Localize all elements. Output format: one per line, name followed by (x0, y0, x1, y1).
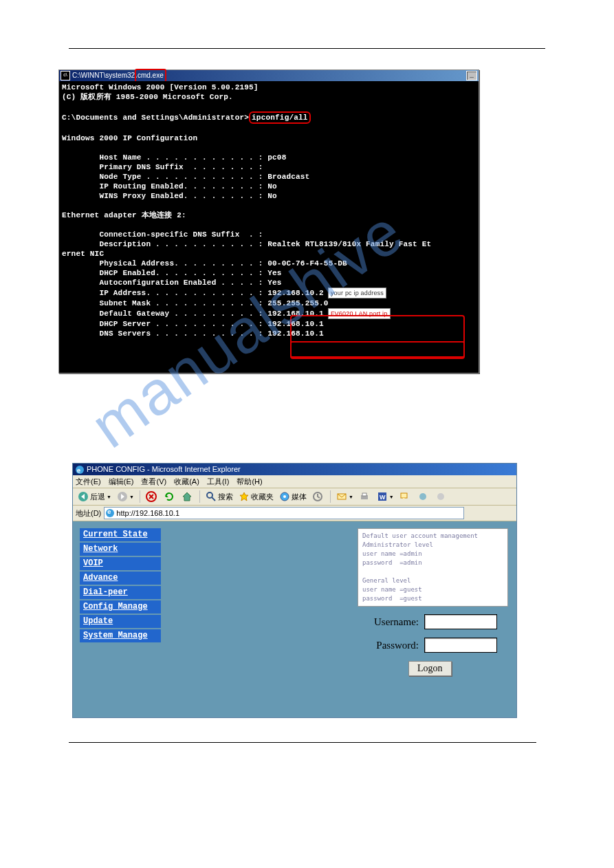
dhcp-server-line: DHCP Server . . . . . . . . . . . : 192.… (62, 320, 324, 328)
description-line: Description . . . . . . . . . . . : Real… (62, 240, 431, 248)
discuss-button[interactable] (397, 490, 414, 503)
cmd-title-prefix: C:\WINNT\system32\ (72, 70, 137, 81)
menu-edit[interactable]: 编辑(E) (109, 477, 134, 486)
password-input[interactable] (424, 638, 497, 653)
credentials-info-box: Default user account management Administ… (358, 528, 508, 607)
ip-address-value: 192.168.10.2 (267, 289, 324, 297)
dhcp-enabled-line: DHCP Enabled. . . . . . . . . . . : Yes (62, 269, 282, 277)
url-text: http://192.168.10.1 (116, 509, 179, 517)
home-icon (182, 491, 193, 502)
username-input[interactable] (424, 614, 497, 629)
nav-config-manage[interactable]: Config Manage (80, 600, 161, 614)
chevron-down-icon: ▼ (107, 495, 111, 499)
back-icon (78, 491, 89, 502)
wins-proxy-line: WINS Proxy Enabled. . . . . . . . : No (62, 192, 277, 200)
refresh-button[interactable] (162, 490, 178, 503)
refresh-icon (164, 491, 175, 502)
chevron-down-icon: ▼ (389, 495, 394, 499)
media-button[interactable]: 媒体 (277, 490, 309, 503)
ie-title: PHONE CONFIG - Microsoft Internet Explor… (87, 464, 241, 475)
password-label: Password: (360, 640, 419, 651)
svg-point-3 (207, 492, 212, 498)
cmd-version-line: Microsoft Windows 2000 [Version 5.00.219… (62, 83, 259, 91)
menu-favorites[interactable]: 收藏(A) (174, 477, 199, 486)
nav-voip[interactable]: VOIP (80, 557, 161, 570)
cmd-copyright-line: (C) 版权所有 1985-2000 Microsoft Corp. (62, 93, 233, 101)
svg-point-14 (419, 493, 426, 500)
ie-menubar: 文件(E) 编辑(E) 查看(V) 收藏(A) 工具(I) 帮助(H) (73, 475, 516, 488)
autoconfig-value: Yes (267, 279, 281, 287)
svg-text:W: W (380, 494, 386, 501)
menu-help[interactable]: 帮助(H) (237, 477, 262, 486)
print-icon (359, 491, 370, 502)
forward-button[interactable]: ▼ (115, 490, 136, 503)
nic-tail-line: ernet NIC (62, 250, 104, 258)
cmd-output: Microsoft Windows 2000 [Version 5.00.219… (59, 81, 479, 373)
print-button[interactable] (357, 490, 373, 503)
search-label: 搜索 (218, 492, 233, 502)
conn-suffix-line: Connection-specific DNS Suffix . : (62, 230, 263, 239)
logon-button[interactable]: Logon (408, 661, 452, 676)
nav-current-state[interactable]: Current State (80, 528, 161, 541)
nav-network[interactable]: Network (80, 543, 161, 556)
word-icon: W (377, 491, 388, 502)
svg-point-6 (283, 495, 286, 498)
ie-titlebar[interactable]: PHONE CONFIG - Microsoft Internet Explor… (73, 464, 516, 475)
username-label: Username: (360, 616, 419, 628)
search-button[interactable]: 搜索 (204, 490, 235, 503)
back-button[interactable]: 后退 ▼ (76, 490, 113, 503)
gateway-highlight-box (290, 341, 465, 358)
back-label: 后退 (90, 492, 105, 502)
discuss-icon (399, 491, 410, 502)
svg-rect-10 (362, 493, 366, 496)
address-input[interactable]: http://192.168.10.1 (104, 507, 464, 519)
cmd-icon: c\ (61, 71, 70, 80)
menu-view[interactable]: 查看(V) (141, 477, 166, 486)
adapter-header: Ethernet adapter 本地连接 2: (62, 211, 186, 219)
node-type-line: Node Type . . . . . . . . . . . . : Broa… (62, 173, 309, 181)
host-name-line: Host Name . . . . . . . . . . . . : pc08 (62, 153, 286, 162)
stop-icon (146, 491, 157, 502)
minimize-button[interactable]: _ (466, 71, 477, 80)
gateway-label: Default Gateway . . . . . . . . . : (62, 310, 267, 318)
ie-addressbar: 地址(D) http://192.168.10.1 (73, 506, 516, 521)
tool-button-2[interactable] (433, 490, 450, 503)
favorites-icon (239, 491, 250, 502)
media-label: 媒体 (292, 492, 307, 502)
mail-icon (336, 491, 347, 502)
favorites-button[interactable]: 收藏夹 (237, 490, 276, 503)
nav-advance[interactable]: Advance (80, 572, 161, 585)
cmd-prompt: C:\Documents and Settings\Administrator> (62, 113, 249, 122)
cmd-command-highlight: ipconfig/all (249, 111, 311, 124)
menu-tools[interactable]: 工具(I) (207, 477, 229, 486)
nav-update[interactable]: Update (80, 615, 161, 628)
nav-system-manage[interactable]: System Manage (80, 629, 161, 642)
login-form: Username: Password: Logon (360, 614, 497, 676)
tool-icon (435, 491, 446, 502)
cmd-title-exe: cmd.exe (135, 69, 166, 83)
cmd-titlebar[interactable]: c\ C:\WINNT\system32\ cmd.exe _ (59, 70, 479, 81)
mail-button[interactable]: ▼ (334, 490, 355, 503)
cmd-ip-header: Windows 2000 IP Configuration (62, 134, 197, 142)
svg-rect-13 (401, 493, 407, 498)
gear-icon (417, 491, 428, 502)
page-content: Current State Network VOIP Advance Dial-… (73, 521, 516, 717)
favorites-label: 收藏夹 (251, 492, 274, 502)
stop-button[interactable] (144, 490, 160, 503)
media-icon (279, 491, 290, 502)
nav-dial-peer[interactable]: Dial-peer (80, 586, 161, 599)
home-button[interactable] (179, 490, 196, 503)
chevron-down-icon: ▼ (349, 495, 353, 499)
ie-icon (76, 466, 84, 474)
ip-routing-line: IP Routing Enabled. . . . . . . . : No (62, 182, 277, 191)
primary-dns-line: Primary DNS Suffix . . . . . . . : (62, 163, 263, 171)
history-button[interactable] (310, 490, 327, 503)
chevron-down-icon: ▼ (129, 495, 134, 499)
nav-menu: Current State Network VOIP Advance Dial-… (80, 528, 161, 642)
tool-button-1[interactable] (415, 490, 432, 503)
menu-file[interactable]: 文件(E) (76, 477, 101, 486)
subnet-value: 255.255.255.0 (267, 299, 328, 307)
ie-window: PHONE CONFIG - Microsoft Internet Explor… (72, 463, 517, 718)
edit-button[interactable]: W▼ (375, 490, 396, 503)
dns-servers-line: DNS Servers . . . . . . . . . . . : 192.… (62, 329, 324, 338)
